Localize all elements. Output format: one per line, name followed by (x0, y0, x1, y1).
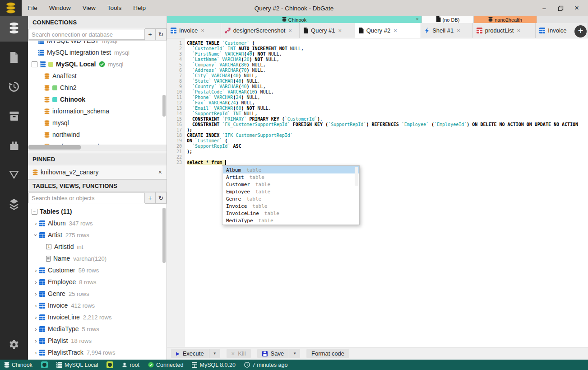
rail-item-archive[interactable] (0, 104, 28, 130)
menu-window[interactable]: Window (43, 0, 77, 16)
tables-search-input[interactable] (28, 192, 145, 203)
table-item-album[interactable]: ›Album347 rows (28, 217, 167, 229)
rail-item-file[interactable] (0, 46, 28, 71)
status-chinook[interactable]: Chinook (4, 362, 32, 368)
rail-item-database[interactable] (0, 16, 28, 42)
save-button[interactable]: Save (257, 349, 289, 358)
connection-item-chinook[interactable]: Chinook (28, 94, 167, 105)
execute-dropdown-button[interactable]: ▼ (209, 349, 220, 358)
close-icon[interactable]: × (570, 2, 583, 14)
unpin-icon[interactable]: × (158, 169, 162, 176)
rail-item-history[interactable] (0, 75, 28, 100)
autocomplete-item-artist[interactable]: Artisttable (223, 173, 359, 181)
tab-group--no-db-[interactable]: (no DB) (422, 16, 474, 23)
menu-view[interactable]: View (77, 0, 102, 16)
autocomplete-item-invoiceline[interactable]: InvoiceLinetable (223, 210, 359, 217)
table-item-invoice[interactable]: ›Invoice412 rows (28, 300, 167, 311)
tab-shell-1[interactable]: Shell #1× (421, 23, 473, 38)
autocomplete-item-mediatype[interactable]: MediaTypetable (223, 217, 359, 224)
tab-query-2[interactable]: Query #2× (355, 23, 421, 38)
connections-search-input[interactable] (28, 29, 145, 40)
rail-item-settings[interactable] (0, 334, 28, 357)
connection-item-information-schema[interactable]: information_schema (28, 105, 167, 117)
rail-item-layers[interactable] (0, 192, 28, 218)
execute-button[interactable]: ▶Execute (171, 349, 209, 358)
expander-icon[interactable]: › (32, 220, 39, 227)
expander-icon[interactable]: › (32, 302, 39, 309)
close-tab-icon[interactable]: × (201, 27, 204, 34)
expander-icon[interactable]: › (32, 314, 39, 321)
format-code-button[interactable]: Format code (306, 349, 349, 358)
connections-scrollbar[interactable] (162, 95, 166, 117)
table-item-customer[interactable]: ›Customer59 rows (28, 264, 167, 276)
close-tab-icon[interactable]: × (394, 27, 397, 34)
add-connection-button[interactable]: + (145, 28, 156, 40)
pinned-item-knihovna_v2_canary[interactable]: knihovna_v2_canary× (28, 165, 167, 179)
connections-hscroll-thumb[interactable] (28, 145, 81, 150)
column-item-name[interactable]: Namevarchar(120) (28, 253, 167, 264)
column-item-artistid[interactable]: 1ArtistIdint (28, 241, 167, 253)
table-item-invoiceline[interactable]: ›InvoiceLine2,212 rows (28, 311, 167, 323)
autocomplete-item-customer[interactable]: Customertable (223, 181, 359, 188)
tab-group-nano2health[interactable]: nano2health (474, 16, 537, 23)
menu-file[interactable]: File (22, 0, 43, 16)
close-tab-icon[interactable]: × (338, 27, 342, 34)
status-root[interactable]: root (122, 362, 139, 368)
connection-item-chin2[interactable]: Chin2 (28, 82, 167, 94)
connection-item-performance-schema[interactable]: performance_schema (28, 141, 167, 145)
add-table-button[interactable]: + (145, 192, 156, 204)
new-tab-button[interactable]: + (574, 25, 587, 37)
sql-editor[interactable]: 1234567891011121314151617181920212223 CR… (167, 38, 588, 347)
connection-item-northwind[interactable]: northwind (28, 129, 167, 141)
status-mysql-local[interactable]: MySQL Local (56, 362, 98, 368)
expander-icon[interactable]: › (32, 267, 39, 274)
save-dropdown-button[interactable]: ▼ (289, 349, 300, 358)
connection-item-mysql-integration-test[interactable]: MySQL integration testmysql (28, 47, 167, 58)
close-tab-icon[interactable]: × (517, 27, 520, 34)
expander-icon[interactable]: › (32, 279, 39, 286)
table-item-playlisttrack[interactable]: ›PlaylistTrack7,994 rows (28, 347, 167, 358)
status-7-minutes-ago[interactable]: 7 minutes ago (244, 362, 288, 368)
rail-item-filter[interactable] (0, 163, 28, 188)
autocomplete-item-employee[interactable]: Employeetable (223, 188, 359, 195)
tables-scrollbar[interactable] (162, 208, 166, 263)
refresh-tables-icon[interactable]: ↻ (156, 192, 167, 204)
table-item-mediatype[interactable]: ›MediaType5 rows (28, 323, 167, 335)
table-item-playlist[interactable]: ›Playlist18 rows (28, 335, 167, 347)
refresh-connections-icon[interactable]: ↻ (156, 28, 167, 40)
expander-icon[interactable]: › (32, 232, 39, 239)
theme-color-chip[interactable] (106, 361, 113, 368)
connection-item-analtest[interactable]: AnalTest (28, 70, 167, 82)
minimize-icon[interactable]: − (537, 2, 551, 14)
tab-invoice[interactable]: Invoice× (167, 23, 221, 38)
table-item-genre[interactable]: ›Genre25 rows (28, 288, 167, 300)
status-mysql-8-0-20[interactable]: MySQL 8.0.20 (192, 362, 235, 368)
connection-item-mysql-wd-test[interactable]: MYSQL WD TESTmysql (28, 41, 167, 47)
autocomplete-scrollbar[interactable] (355, 167, 358, 186)
tab-query-1[interactable]: Query #1× (300, 23, 355, 38)
table-item-employee[interactable]: ›Employee8 rows (28, 276, 167, 288)
connection-item-mysql-local[interactable]: −MySQL Localmysql (28, 58, 167, 70)
status-connected[interactable]: Connected (148, 362, 183, 368)
expander-icon[interactable]: › (32, 349, 39, 356)
autocomplete-item-album[interactable]: Albumtable (223, 166, 359, 173)
tab-group-chinook[interactable]: Chinook× (167, 16, 422, 23)
collapse-icon[interactable]: − (32, 209, 37, 215)
connection-item-mysql[interactable]: mysql (28, 117, 167, 129)
expander-icon[interactable]: › (32, 326, 39, 333)
theme-color-chip[interactable] (41, 361, 48, 368)
autocomplete-item-genre[interactable]: Genretable (223, 195, 359, 202)
expander-icon[interactable]: › (32, 290, 39, 297)
menu-help[interactable]: Help (127, 0, 152, 16)
table-item-artist[interactable]: ›Artist275 rows (28, 229, 167, 241)
tab-designerscreenshot[interactable]: designerScreenshot× (221, 23, 300, 38)
maximize-icon[interactable] (554, 2, 567, 14)
expander-icon[interactable]: − (32, 61, 37, 67)
rail-item-plugin[interactable] (0, 134, 28, 159)
autocomplete-item-invoice[interactable]: Invoicetable (223, 202, 359, 210)
tab-productlist[interactable]: productList× (473, 23, 536, 38)
close-group-icon[interactable]: × (416, 16, 419, 22)
menu-tools[interactable]: Tools (102, 0, 128, 16)
close-tab-icon[interactable]: × (288, 27, 292, 34)
expander-icon[interactable]: › (32, 337, 39, 344)
